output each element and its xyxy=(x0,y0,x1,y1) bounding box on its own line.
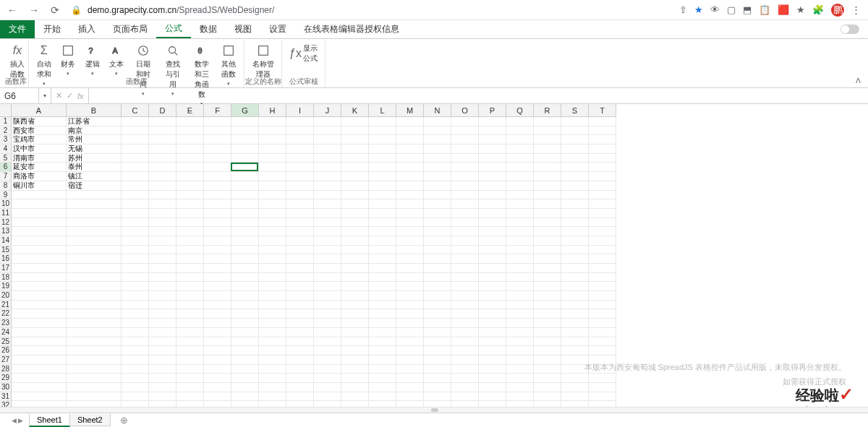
cell-Q4[interactable] xyxy=(506,145,534,154)
cell-N2[interactable] xyxy=(424,126,451,136)
cell-A17[interactable] xyxy=(12,264,67,273)
cell-A9[interactable] xyxy=(12,191,67,200)
cell-E13[interactable] xyxy=(176,227,204,236)
cell-R29[interactable] xyxy=(534,374,561,383)
row-header-27[interactable]: 27 xyxy=(0,355,12,365)
cell-O3[interactable] xyxy=(451,135,479,145)
cell-S15[interactable] xyxy=(561,246,589,255)
cell-F30[interactable] xyxy=(204,383,231,392)
cell-E12[interactable] xyxy=(176,218,204,228)
cell-L13[interactable] xyxy=(369,227,396,236)
cell-E19[interactable] xyxy=(176,282,204,291)
cell-E1[interactable] xyxy=(176,117,204,126)
cell-P22[interactable] xyxy=(479,309,506,319)
cell-D21[interactable] xyxy=(149,301,176,310)
cell-Q10[interactable] xyxy=(506,199,534,209)
cell-D29[interactable] xyxy=(149,374,176,383)
tab-nav-last[interactable]: ▶ xyxy=(18,417,23,424)
cell-A29[interactable] xyxy=(12,374,67,383)
cell-H2[interactable] xyxy=(259,126,286,136)
cell-D25[interactable] xyxy=(149,337,176,347)
cell-G5[interactable] xyxy=(231,154,259,163)
row-header-25[interactable]: 25 xyxy=(0,337,12,347)
cell-D4[interactable] xyxy=(149,145,176,154)
cell-R26[interactable] xyxy=(534,346,561,355)
cell-D31[interactable] xyxy=(149,392,176,402)
cell-R13[interactable] xyxy=(534,227,561,236)
cell-E31[interactable] xyxy=(176,392,204,402)
cell-R8[interactable] xyxy=(534,181,561,191)
cell-R19[interactable] xyxy=(534,282,561,291)
tab-data[interactable]: 数据 xyxy=(191,20,226,38)
cell-D3[interactable] xyxy=(149,135,176,145)
cell-E11[interactable] xyxy=(176,209,204,218)
col-header-C[interactable]: C xyxy=(122,104,149,117)
cell-A12[interactable] xyxy=(12,218,67,228)
cell-H8[interactable] xyxy=(259,181,286,191)
cell-B28[interactable] xyxy=(67,365,122,374)
cell-F15[interactable] xyxy=(204,246,231,255)
cell-I11[interactable] xyxy=(286,209,314,218)
cell-H9[interactable] xyxy=(259,191,286,200)
cell-O26[interactable] xyxy=(451,346,479,355)
cell-P4[interactable] xyxy=(479,145,506,154)
cell-S7[interactable] xyxy=(561,172,589,181)
cell-K25[interactable] xyxy=(341,337,369,347)
cell-C11[interactable] xyxy=(122,209,149,218)
row-header-14[interactable]: 14 xyxy=(0,236,12,246)
cell-N10[interactable] xyxy=(424,199,451,209)
cell-G21[interactable] xyxy=(231,301,259,310)
cell-P6[interactable] xyxy=(479,163,506,172)
cell-S32[interactable] xyxy=(561,401,589,407)
cell-T32[interactable] xyxy=(589,401,616,407)
cell-O9[interactable] xyxy=(451,191,479,200)
cell-T16[interactable] xyxy=(589,254,616,264)
cell-Q30[interactable] xyxy=(506,383,534,392)
col-header-E[interactable]: E xyxy=(176,104,204,117)
row-header-16[interactable]: 16 xyxy=(0,254,12,264)
cell-J30[interactable] xyxy=(314,383,341,392)
cell-S5[interactable] xyxy=(561,154,589,163)
cell-Q13[interactable] xyxy=(506,227,534,236)
cell-M31[interactable] xyxy=(396,392,424,402)
row-header-11[interactable]: 11 xyxy=(0,209,12,218)
row-header-20[interactable]: 20 xyxy=(0,291,12,301)
cell-C13[interactable] xyxy=(122,227,149,236)
cell-J23[interactable] xyxy=(314,319,341,328)
cell-I8[interactable] xyxy=(286,181,314,191)
col-header-A[interactable]: A xyxy=(12,104,67,117)
cell-D20[interactable] xyxy=(149,291,176,301)
logic-button[interactable]: ?逻辑▾ xyxy=(80,42,104,78)
row-header-9[interactable]: 9 xyxy=(0,191,12,200)
cell-F5[interactable] xyxy=(204,154,231,163)
cell-M8[interactable] xyxy=(396,181,424,191)
cell-Q17[interactable] xyxy=(506,264,534,273)
cell-K23[interactable] xyxy=(341,319,369,328)
cell-R21[interactable] xyxy=(534,301,561,310)
cell-B5[interactable]: 苏州 xyxy=(67,154,122,163)
cell-O4[interactable] xyxy=(451,145,479,154)
cell-M29[interactable] xyxy=(396,374,424,383)
cell-G20[interactable] xyxy=(231,291,259,301)
cell-T12[interactable] xyxy=(589,218,616,228)
cell-K9[interactable] xyxy=(341,191,369,200)
cell-Q25[interactable] xyxy=(506,337,534,347)
cell-B7[interactable]: 镇江 xyxy=(67,172,122,181)
name-box[interactable]: G6 xyxy=(0,88,39,103)
cell-C16[interactable] xyxy=(122,254,149,264)
cell-K8[interactable] xyxy=(341,181,369,191)
cell-E7[interactable] xyxy=(176,172,204,181)
cell-K20[interactable] xyxy=(341,291,369,301)
cell-R5[interactable] xyxy=(534,154,561,163)
cell-A20[interactable] xyxy=(12,291,67,301)
cell-L25[interactable] xyxy=(369,337,396,347)
cell-T15[interactable] xyxy=(589,246,616,255)
cell-O6[interactable] xyxy=(451,163,479,172)
cell-D17[interactable] xyxy=(149,264,176,273)
cell-P3[interactable] xyxy=(479,135,506,145)
cell-J27[interactable] xyxy=(314,355,341,365)
row-header-5[interactable]: 5 xyxy=(0,154,12,163)
cell-E27[interactable] xyxy=(176,355,204,365)
col-header-J[interactable]: J xyxy=(314,104,341,117)
cell-I6[interactable] xyxy=(286,163,314,172)
